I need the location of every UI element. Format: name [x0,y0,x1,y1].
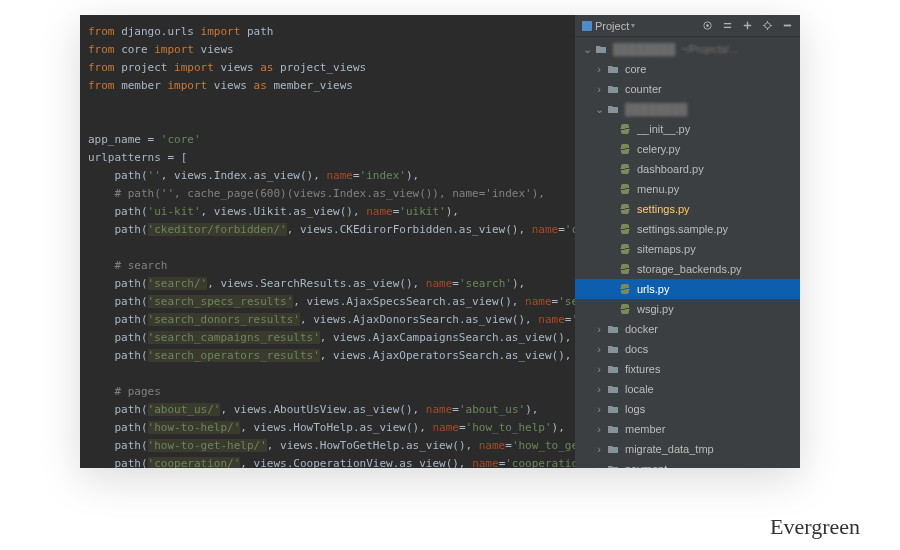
code-line[interactable]: path('search_operators_results', views.A… [80,347,575,365]
code-editor[interactable]: from django.urls import pathfrom core im… [80,15,575,468]
code-line[interactable]: path('how-to-help/', views.HowToHelp.as_… [80,419,575,437]
code-line[interactable]: # search [80,257,575,275]
tree-folder[interactable]: ›logs [575,399,800,419]
tree-file[interactable]: settings.sample.py [575,219,800,239]
chevron-icon[interactable]: › [593,463,605,468]
chevron-icon[interactable]: › [593,363,605,375]
folder-icon [605,103,621,115]
code-line[interactable] [80,113,575,131]
tree-file[interactable]: sitemaps.py [575,239,800,259]
tree-folder[interactable]: ›core [575,59,800,79]
token: , views.AjaxCampaignsSearch.as_view(), [320,331,575,344]
code-line[interactable] [80,365,575,383]
token: import [174,61,220,74]
tree-folder[interactable]: ⌄████████~/Projects/… [575,39,800,59]
token: = [452,277,459,290]
folder-icon [605,63,621,75]
folder-icon [605,323,621,335]
code-line[interactable]: from project import views as project_vie… [80,59,575,77]
chevron-icon[interactable]: › [593,63,605,75]
token: , views.AboutUsView.as_view(), [220,403,425,416]
tree-folder[interactable]: ›docs [575,339,800,359]
chevron-icon[interactable]: › [593,83,605,95]
chevron-icon[interactable]: ⌄ [581,43,593,56]
token: name [472,457,499,468]
token: views [214,79,254,92]
code-line[interactable] [80,239,575,257]
tree-item-label: migrate_data_tmp [625,443,714,455]
code-line[interactable]: path('search_campaigns_results', views.A… [80,329,575,347]
gear-icon[interactable] [762,20,774,32]
token: as [260,61,280,74]
chevron-icon[interactable]: › [593,343,605,355]
expand-icon[interactable] [742,20,754,32]
token: 'how-to-help/' [148,421,241,434]
tree-file[interactable]: settings.py [575,199,800,219]
code-line[interactable]: path('ui-kit', views.Uikit.as_view(), na… [80,203,575,221]
token: , views.Index.as_view(), [161,169,327,182]
tree-folder[interactable]: ›member [575,419,800,439]
tree-folder[interactable]: ›fixtures [575,359,800,379]
hide-icon[interactable] [782,20,794,32]
tree-file[interactable]: dashboard.py [575,159,800,179]
tree-file[interactable]: menu.py [575,179,800,199]
code-line[interactable]: path('', views.Index.as_view(), name='in… [80,167,575,185]
token: path( [88,313,148,326]
token: name [366,205,393,218]
code-line[interactable]: path('cooperation/', views.CooperationVi… [80,455,575,468]
svg-rect-0 [582,21,592,31]
sidebar-title[interactable]: Project ▾ [581,20,635,32]
tree-folder[interactable]: ›payment [575,459,800,468]
code-line[interactable]: app_name = 'core' [80,131,575,149]
chevron-icon[interactable]: › [593,423,605,435]
code-line[interactable]: # path('', cache_page(600)(views.Index.a… [80,185,575,203]
chevron-icon[interactable]: ⌄ [593,103,605,116]
chevron-icon[interactable]: › [593,323,605,335]
project-tree[interactable]: ⌄████████~/Projects/…›core›counter⌄█████… [575,37,800,468]
code-line[interactable]: from member import views as member_views [80,77,575,95]
code-line[interactable]: # pages [80,383,575,401]
token: 'cooperation/' [148,457,241,468]
token: , views.AjaxDonorsSearch.as_view(), [300,313,538,326]
chevron-icon[interactable]: › [593,443,605,455]
tree-file[interactable]: celery.py [575,139,800,159]
tree-file[interactable]: __init__.py [575,119,800,139]
token: 'ckeditor/forbidden/' [148,223,287,236]
code-line[interactable] [80,95,575,113]
tree-folder[interactable]: ⌄████████ [575,99,800,119]
tree-file[interactable]: storage_backends.py [575,259,800,279]
code-line[interactable]: path('ckeditor/forbidden/', views.CKEdir… [80,221,575,239]
code-line[interactable]: from django.urls import path [80,23,575,41]
code-line[interactable]: from core import views [80,41,575,59]
tree-folder[interactable]: ›counter [575,79,800,99]
token: path( [88,421,148,434]
tree-folder[interactable]: ›docker [575,319,800,339]
token: name [525,295,552,308]
chevron-icon[interactable]: › [593,383,605,395]
token: 'about_us/' [148,403,221,416]
code-line[interactable]: path('how-to-get-help/', views.HowToGetH… [80,437,575,455]
token: path( [88,277,148,290]
target-icon[interactable] [702,20,714,32]
folder-icon [605,463,621,468]
tree-item-label: menu.py [637,183,679,195]
token: 'how-to-get-help/' [148,439,267,452]
code-line[interactable]: path('search/', views.SearchResults.as_v… [80,275,575,293]
code-line[interactable]: urlpatterns = [ [80,149,575,167]
token: 'ui-kit' [148,205,201,218]
tree-file[interactable]: wsgi.py [575,299,800,319]
token: name [426,277,453,290]
token: 'search' [459,277,512,290]
python-file-icon [617,283,633,295]
token: path( [88,205,148,218]
token: 'ck [565,223,575,236]
root-path-hint: ~/Projects/… [681,44,739,55]
collapse-icon[interactable] [722,20,734,32]
tree-file[interactable]: urls.py [575,279,800,299]
tree-folder[interactable]: ›locale [575,379,800,399]
code-line[interactable]: path('about_us/', views.AboutUsView.as_v… [80,401,575,419]
code-line[interactable]: path('search_donors_results', views.Ajax… [80,311,575,329]
chevron-icon[interactable]: › [593,403,605,415]
code-line[interactable]: path('search_specs_results', views.AjaxS… [80,293,575,311]
tree-folder[interactable]: ›migrate_data_tmp [575,439,800,459]
